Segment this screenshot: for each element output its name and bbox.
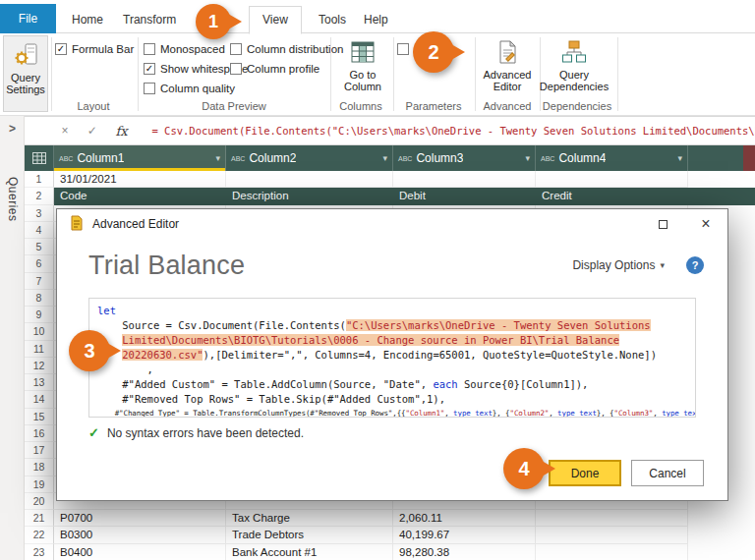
row-number[interactable]: 2: [25, 188, 54, 204]
code-segment: "Column1": [406, 409, 445, 418]
tab-transform[interactable]: Transform: [110, 8, 189, 31]
advanced-editor-button[interactable]: Advanced Editor: [478, 39, 537, 92]
checkbox-column-profile[interactable]: Column profile: [230, 62, 343, 76]
row-number[interactable]: 15: [25, 409, 54, 425]
column-header-column4[interactable]: ABCColumn4▾: [536, 145, 688, 171]
column-type-icon: ABC: [231, 155, 245, 162]
row-number[interactable]: 17: [25, 442, 54, 459]
row-number[interactable]: 21: [25, 510, 54, 527]
code-segment: ,: [549, 409, 557, 418]
filter-dropdown-icon[interactable]: ▾: [382, 153, 387, 163]
code-segment: ,: [653, 409, 662, 418]
row-number[interactable]: 20: [25, 493, 54, 510]
row-number[interactable]: 16: [25, 425, 54, 442]
cell[interactable]: Tax Charge: [226, 510, 393, 527]
cell[interactable]: [226, 171, 393, 188]
cell[interactable]: Description: [226, 188, 393, 204]
go-to-column-button[interactable]: Go to Column: [334, 39, 391, 92]
cell[interactable]: Trade Debtors: [226, 527, 393, 543]
cell[interactable]: [536, 171, 688, 188]
row-number[interactable]: 3: [25, 205, 54, 222]
display-options-dropdown[interactable]: Display Options ▾: [572, 258, 665, 272]
tab-help[interactable]: Help: [351, 8, 401, 31]
help-icon[interactable]: ?: [686, 256, 704, 274]
advanced-editor-label: Advanced Editor: [478, 69, 537, 92]
column-name: Column2: [249, 151, 296, 165]
row-number[interactable]: 19: [25, 476, 54, 493]
code-line-4: 20220630.csv"),[Delimiter=",", Columns=4…: [97, 348, 687, 363]
discard-icon[interactable]: ×: [56, 124, 74, 138]
row-number[interactable]: 22: [25, 527, 54, 543]
callout-step-4: 4: [503, 448, 545, 489]
columns-group-label: Columns: [330, 100, 391, 112]
cell[interactable]: 31/01/2021: [54, 171, 226, 188]
select-all-corner[interactable]: [25, 145, 54, 171]
dialog-titlebar[interactable]: Advanced Editor ×: [57, 209, 727, 239]
group-divider: [617, 37, 618, 111]
column-name: Column3: [416, 151, 463, 165]
tab-home[interactable]: Home: [59, 8, 116, 31]
cell[interactable]: B0400: [54, 544, 226, 560]
cell[interactable]: Debit: [393, 188, 536, 204]
cell[interactable]: 2,060.11: [393, 510, 536, 527]
row-number[interactable]: 1: [25, 171, 54, 188]
row-number[interactable]: 14: [25, 391, 54, 408]
column-header-column1[interactable]: ABCColumn1▾: [54, 145, 226, 171]
query-dependencies-button[interactable]: Query Dependencies: [541, 39, 608, 92]
formula-input[interactable]: = Csv.Document(File.Contents("C:\Users\m…: [151, 125, 755, 137]
row-number[interactable]: 5: [25, 239, 54, 255]
row-number[interactable]: 8: [25, 290, 54, 307]
cancel-button[interactable]: Cancel: [631, 460, 704, 486]
row-number[interactable]: 11: [25, 341, 54, 358]
column-header-column3[interactable]: ABCColumn3▾: [393, 145, 536, 171]
checkbox-column-distribution[interactable]: Column distribution: [230, 42, 343, 56]
checkbox-label: Monospaced: [160, 43, 225, 55]
close-icon[interactable]: ×: [684, 209, 727, 239]
filter-dropdown-icon[interactable]: ▾: [677, 153, 682, 163]
commit-icon[interactable]: ✓: [84, 124, 101, 138]
checkbox-formula-bar[interactable]: ✓Formula Bar: [55, 42, 134, 56]
cell[interactable]: P0700: [54, 510, 226, 527]
filter-dropdown-icon[interactable]: ▾: [215, 153, 220, 163]
table-row-21: 21P0700Tax Charge2,060.11: [25, 510, 755, 527]
row-number[interactable]: 13: [25, 374, 54, 391]
cell[interactable]: 40,199.67: [393, 527, 536, 543]
query-settings-icon: [13, 42, 38, 70]
chevron-down-icon: ▾: [660, 260, 665, 270]
tab-view[interactable]: View: [249, 6, 302, 34]
row-number[interactable]: 9: [25, 307, 54, 323]
cell[interactable]: Bank Account #1: [226, 544, 393, 560]
row-number[interactable]: 12: [25, 358, 54, 374]
cell[interactable]: [536, 544, 688, 560]
grid-header-row: ABCColumn1▾ABCColumn2▾ABCColumn3▾ABCColu…: [25, 145, 755, 171]
tab-file[interactable]: File: [0, 4, 56, 33]
parameters-group-label: Parameters: [393, 100, 474, 112]
cell[interactable]: [536, 510, 688, 527]
row-number[interactable]: 4: [25, 222, 54, 239]
row-number[interactable]: 7: [25, 273, 54, 290]
cell[interactable]: B0300: [54, 527, 226, 543]
cell[interactable]: Code: [54, 188, 226, 204]
fx-icon[interactable]: fx: [111, 124, 133, 139]
checkbox-label: Column quality: [160, 83, 235, 94]
row-number[interactable]: 6: [25, 255, 54, 272]
cell[interactable]: [393, 171, 536, 188]
row-number[interactable]: 18: [25, 459, 54, 476]
cell[interactable]: 98,280.38: [393, 544, 536, 560]
row-number[interactable]: 23: [25, 544, 54, 560]
maximize-button[interactable]: [641, 209, 684, 239]
column-header-column2[interactable]: ABCColumn2▾: [226, 145, 393, 171]
queries-pane-collapsed: > Queries: [0, 116, 25, 560]
done-button[interactable]: Done: [549, 460, 621, 486]
row-number[interactable]: 10: [25, 323, 54, 340]
m-code-editor[interactable]: let Source = Csv.Document(File.Contents(…: [88, 298, 696, 418]
checkbox-unchecked-icon: [144, 83, 155, 94]
cell[interactable]: Credit: [536, 188, 688, 204]
query-settings-button[interactable]: Query Settings: [3, 35, 48, 112]
header-filler: [688, 145, 743, 171]
expand-queries-icon[interactable]: >: [0, 122, 25, 136]
filter-dropdown-icon[interactable]: ▾: [525, 153, 530, 163]
callout-step-3: 3: [69, 330, 110, 371]
checkbox-column-quality[interactable]: Column quality: [144, 82, 249, 95]
cell[interactable]: [536, 527, 688, 543]
